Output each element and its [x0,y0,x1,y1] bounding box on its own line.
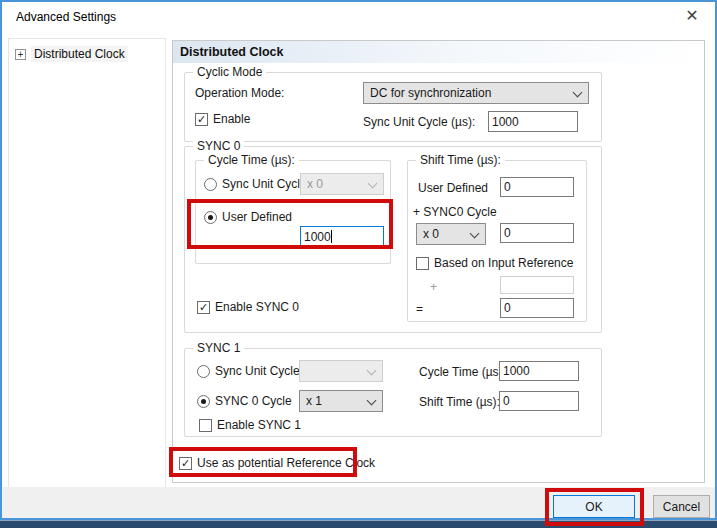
bottom-background-bar [0,520,717,528]
shift-time-group-label: Shift Time (µs): [416,153,505,167]
settings-tree: + Distributed Clock [8,38,166,488]
enable-sync0-label: Enable SYNC 0 [215,300,299,314]
text-caret [331,230,332,243]
sync-unit-cycle-input[interactable] [488,111,578,132]
sync1-group-label: SYNC 1 [193,341,244,355]
sync1-shift-time-input[interactable] [499,391,579,411]
shift-user-defined-label: User Defined [418,181,488,195]
sync0-user-defined-radio[interactable]: User Defined [204,210,292,224]
radio-selected-icon [197,395,210,408]
enable-label: Enable [213,112,250,126]
use-as-reference-clock-checkbox[interactable]: ✓ Use as potential Reference Clock [179,456,375,470]
close-icon[interactable]: ✕ [681,6,703,25]
expand-plus-icon[interactable]: + [15,49,26,60]
sync0-multiplier-value: x 0 [307,177,323,191]
equals-operator-label: = [416,302,423,316]
operation-mode-value: DC for synchronization [370,86,491,100]
tree-item-label: Distributed Clock [31,46,128,62]
cyclic-mode-group-label: Cyclic Mode [193,65,266,79]
sync0-cycle-time-group: Cycle Time (µs): Sync Unit Cycle x 0 Use… [195,160,391,264]
panel-header: Distributed Clock [173,41,704,63]
sync0-group-label: SYNC 0 [193,139,244,153]
window-title: Advanced Settings [16,10,116,24]
sync1-sync0-multiplier-value: x 1 [306,394,322,408]
enable-sync1-checkbox[interactable]: Enable SYNC 1 [199,418,301,432]
ok-button[interactable]: OK [553,495,635,518]
checkmark-icon: ✓ [195,113,208,126]
shift-user-defined-input[interactable] [500,177,574,197]
sync1-sync0-cycle-radio[interactable]: SYNC 0 Cycle [197,394,292,408]
sync0-shift-time-group: Shift Time (µs): User Defined + SYNC0 Cy… [407,160,587,322]
checkmark-icon: ✓ [197,301,210,314]
based-on-input-reference-label: Based on Input Reference [434,256,573,270]
sync1-shift-time-label: Shift Time (µs): [419,395,500,409]
plus-operator-label: + [430,280,437,294]
cancel-button[interactable]: Cancel [653,495,710,518]
tree-item-distributed-clock[interactable]: + Distributed Clock [15,45,128,63]
sync0-multiplier-select: x 0 [300,173,384,195]
cyclic-mode-group: Cyclic Mode Operation Mode: DC for synch… [184,72,602,142]
radio-icon [204,178,217,191]
enable-sync0-checkbox[interactable]: ✓ Enable SYNC 0 [197,300,299,314]
radio-selected-icon [204,211,217,224]
operation-mode-label: Operation Mode: [195,86,284,100]
operation-mode-select[interactable]: DC for synchronization [363,82,589,104]
sync1-sync0-multiplier-select[interactable]: x 1 [299,390,383,412]
sync-unit-cycle-label: Sync Unit Cycle (µs): [363,115,475,129]
sync0-user-defined-label: User Defined [222,210,292,224]
enable-sync1-label: Enable SYNC 1 [217,418,301,432]
sync1-unit-multiplier-select [299,360,383,382]
sync1-sync-unit-cycle-radio[interactable]: Sync Unit Cycle [197,364,300,378]
sync0-user-defined-input[interactable]: 1000 [300,226,384,248]
checkbox-empty-icon [199,419,212,432]
sync0-group: SYNC 0 Cycle Time (µs): Sync Unit Cycle … [184,146,602,333]
sync1-sync0-cycle-label: SYNC 0 Cycle [215,394,292,408]
titlebar: Advanced Settings ✕ [2,2,715,32]
plus-sync0-cycle-label: + SYNC0 Cycle [413,205,497,219]
based-on-input-reference-checkbox[interactable]: Based on Input Reference [416,256,573,270]
enable-checkbox[interactable]: ✓ Enable [195,112,250,126]
input-reference-input [500,276,574,294]
sync1-cycle-time-input[interactable] [499,361,579,381]
sync0-user-defined-value: 1000 [304,230,331,244]
cycle-time-group-label: Cycle Time (µs): [204,153,299,167]
checkmark-icon: ✓ [179,457,192,470]
checkbox-empty-icon [416,257,429,270]
sync1-sync-unit-cycle-label: Sync Unit Cycle [215,364,300,378]
shift-multiplier-result-input[interactable] [500,223,574,243]
sync1-cycle-time-label: Cycle Time (µs): [419,365,506,379]
radio-icon [197,365,210,378]
sync0-sync-unit-cycle-radio[interactable]: Sync Unit Cycle [204,177,307,191]
shift-multiplier-select[interactable]: x 0 [416,223,486,245]
shift-total-input[interactable] [500,298,574,318]
sync1-group: SYNC 1 Sync Unit Cycle SYNC 0 Cycle x 1 … [184,348,602,437]
distributed-clock-panel: Distributed Clock Cyclic Mode Operation … [172,40,705,483]
advanced-settings-dialog: Advanced Settings ✕ + Distributed Clock … [0,0,717,528]
shift-multiplier-value: x 0 [423,227,439,241]
sync0-sync-unit-cycle-label: Sync Unit Cycle [222,177,307,191]
use-as-reference-clock-label: Use as potential Reference Clock [197,456,375,470]
